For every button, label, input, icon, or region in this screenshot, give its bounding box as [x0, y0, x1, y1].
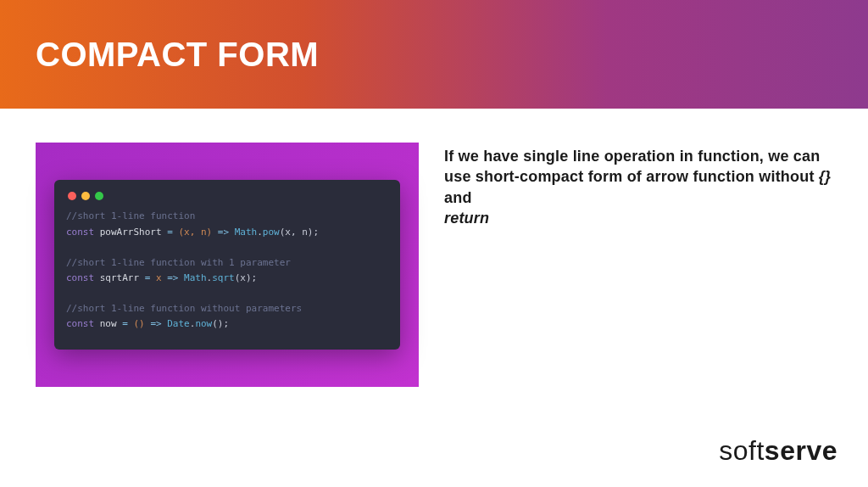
code-operator: = [145, 272, 151, 283]
close-icon [68, 192, 76, 200]
code-comment: //short 1-line function without paramete… [66, 303, 302, 314]
code-param: x [156, 272, 162, 283]
code-object: Date [167, 318, 190, 329]
explain-braces: {} [819, 168, 831, 185]
logo-thin: soft [719, 435, 765, 466]
code-comment: //short 1-line function with 1 parameter [66, 257, 291, 268]
code-object: Math [184, 272, 207, 283]
slide-content: //short 1-line function const powArrShor… [0, 109, 868, 387]
code-operator: = [122, 318, 128, 329]
code-operator: = [167, 227, 173, 238]
code-keyword: const [66, 227, 94, 238]
slide-header: COMPACT FORM [0, 0, 868, 109]
logo-bold: serve [765, 435, 837, 466]
code-method: sqrt [212, 272, 235, 283]
explain-return: return [444, 208, 489, 228]
code-arrow: => [167, 272, 178, 283]
code-params: (x, n) [178, 227, 212, 238]
code-keyword: const [66, 272, 94, 283]
window-controls [66, 188, 388, 209]
code-params: () [134, 318, 145, 329]
explain-part2: and [444, 189, 472, 206]
code-args: () [212, 318, 223, 329]
code-object: Math [235, 227, 258, 238]
softserve-logo: softserve [719, 435, 837, 467]
code-arrow: => [218, 227, 229, 238]
slide-title: COMPACT FORM [36, 36, 319, 74]
explain-part1: If we have single line operation in func… [444, 148, 820, 185]
code-method: pow [263, 227, 280, 238]
code-identifier: sqrtArr [100, 272, 139, 283]
explanation-text: If we have single line operation in func… [444, 143, 832, 387]
code-window: //short 1-line function const powArrShor… [54, 180, 400, 349]
code-identifier: now [100, 318, 117, 329]
code-method: now [195, 318, 212, 329]
code-keyword: const [66, 318, 94, 329]
minimize-icon [81, 192, 90, 200]
code-args: (x, n) [280, 227, 314, 238]
code-block: //short 1-line function const powArrShor… [66, 209, 388, 332]
code-comment: //short 1-line function [66, 210, 195, 221]
code-panel: //short 1-line function const powArrShor… [36, 143, 419, 387]
code-arrow: => [150, 318, 161, 329]
code-args: (x) [235, 272, 252, 283]
code-identifier: powArrShort [100, 227, 162, 238]
maximize-icon [95, 192, 103, 200]
